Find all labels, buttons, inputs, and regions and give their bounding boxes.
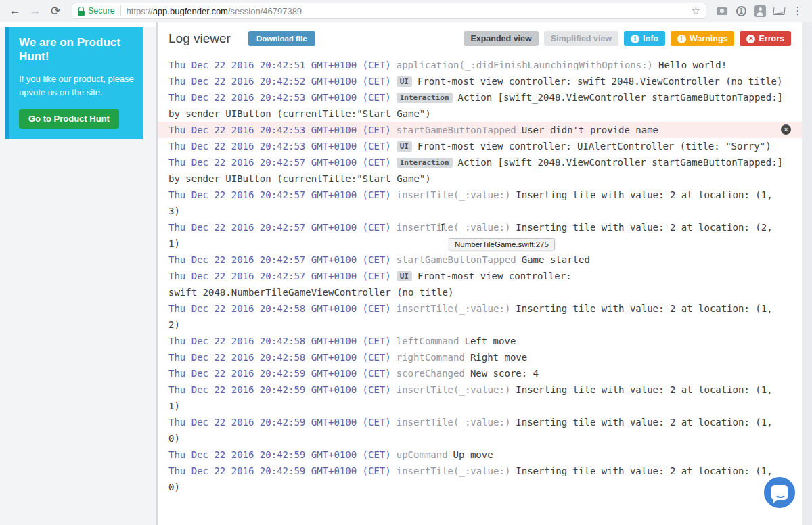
- log-row[interactable]: Thu Dec 22 2016 20:42:53 GMT+0100 (CET)s…: [158, 122, 802, 138]
- error-dismiss-icon[interactable]: ✕: [781, 124, 791, 135]
- log-timestamp: Thu Dec 22 2016 20:42:51 GMT+0100 (CET): [168, 60, 391, 70]
- log-badge: UI: [397, 141, 412, 152]
- chat-bubble-icon: [771, 485, 788, 500]
- text-cursor-ibeam: I: [441, 222, 445, 234]
- log-row[interactable]: Thu Dec 22 2016 20:42:58 GMT+0100 (CET)r…: [168, 349, 788, 365]
- log-tag: insertTile(_:value:): [397, 189, 511, 200]
- log-row[interactable]: Thu Dec 22 2016 20:42:52 GMT+0100 (CET)U…: [168, 73, 788, 89]
- log-row[interactable]: Thu Dec 22 2016 20:42:58 GMT+0100 (CET)i…: [168, 300, 788, 333]
- promo-title: We are on Product Hunt!: [19, 35, 134, 64]
- log-timestamp: Thu Dec 22 2016 20:42:57 GMT+0100 (CET): [168, 157, 391, 168]
- log-row[interactable]: Thu Dec 22 2016 20:42:59 GMT+0100 (CET)i…: [168, 414, 788, 447]
- log-badge: Interaction: [397, 93, 453, 103]
- errors-filter-button[interactable]: ✕ Errors: [740, 31, 791, 46]
- log-tag: insertTile(_:value:): [397, 417, 511, 428]
- secure-lock-icon: [78, 7, 85, 16]
- info-label: Info: [643, 34, 658, 43]
- log-timestamp: Thu Dec 22 2016 20:42:52 GMT+0100 (CET): [168, 76, 391, 87]
- log-row[interactable]: Thu Dec 22 2016 20:42:59 GMT+0100 (CET)s…: [168, 365, 788, 382]
- log-message: Right move: [470, 352, 527, 363]
- page: ← → ⟳ Secure https://app.bugfender.com/s…: [0, 0, 812, 525]
- go-to-product-hunt-button[interactable]: Go to Product Hunt: [19, 109, 119, 129]
- log-timestamp: Thu Dec 22 2016 20:42:57 GMT+0100 (CET): [168, 189, 391, 200]
- error-icon: ✕: [746, 35, 755, 43]
- camera-extension-icon[interactable]: [715, 3, 729, 18]
- simplified-view-button[interactable]: Simplified view: [544, 31, 618, 46]
- warning-icon: !: [677, 35, 686, 43]
- log-message: Game started: [522, 254, 590, 265]
- address-bar[interactable]: Secure https://app.bugfender.com/session…: [72, 3, 706, 19]
- log-timestamp: Thu Dec 22 2016 20:42:58 GMT+0100 (CET): [168, 352, 391, 363]
- log-viewer-header: Log viewer Download file Expanded view S…: [158, 22, 802, 49]
- log-timestamp: Thu Dec 22 2016 20:42:57 GMT+0100 (CET): [168, 222, 391, 233]
- errors-label: Errors: [759, 34, 784, 43]
- scrollbar-track[interactable]: [802, 22, 812, 525]
- page-title: Log viewer: [168, 31, 231, 46]
- forward-icon[interactable]: →: [27, 3, 43, 19]
- url-separator: [120, 5, 121, 16]
- log-timestamp: Thu Dec 22 2016 20:42:58 GMT+0100 (CET): [168, 336, 391, 346]
- expanded-view-button[interactable]: Expanded view: [464, 31, 538, 46]
- log-badge: UI: [397, 76, 412, 87]
- sidebar-top-spacer: [0, 22, 156, 27]
- browser-toolbar: ← → ⟳ Secure https://app.bugfender.com/s…: [0, 0, 812, 22]
- log-message: Front-most view controller: UIAlertContr…: [418, 141, 771, 152]
- log-tag: insertTile(_:value:): [397, 222, 511, 233]
- log-tag: scoreChanged: [397, 368, 465, 379]
- log-message: Left move: [464, 336, 516, 346]
- log-tag: leftCommand: [397, 336, 459, 346]
- url-text: https://app.bugfender.com/session/467973…: [127, 6, 302, 16]
- chat-launcher-button[interactable]: [762, 475, 797, 510]
- log-row[interactable]: Thu Dec 22 2016 20:42:58 GMT+0100 (CET)l…: [168, 333, 788, 349]
- bookmark-star-icon[interactable]: ☆: [692, 5, 700, 17]
- reading-list-extension-icon[interactable]: [771, 3, 786, 18]
- log-row[interactable]: Thu Dec 22 2016 20:42:59 GMT+0100 (CET)i…: [168, 463, 788, 495]
- log-tag: upCommand: [397, 449, 448, 460]
- back-icon[interactable]: ←: [7, 3, 23, 19]
- log-row[interactable]: Thu Dec 22 2016 20:42:51 GMT+0100 (CET)a…: [168, 57, 788, 73]
- log-row[interactable]: Thu Dec 22 2016 20:42:53 GMT+0100 (CET)I…: [168, 89, 788, 122]
- promo-body: If you like our product, please upvote u…: [19, 72, 134, 99]
- download-file-button[interactable]: Download file: [248, 31, 315, 46]
- log-tag: insertTile(_:value:): [397, 384, 511, 395]
- secure-label: Secure: [88, 6, 115, 16]
- info-icon: i: [631, 35, 639, 43]
- log-tag: rightCommand: [397, 352, 465, 363]
- browser-menu-icon[interactable]: ⋮: [790, 3, 805, 18]
- reload-icon[interactable]: ⟳: [47, 3, 64, 19]
- log-list: Thu Dec 22 2016 20:42:51 GMT+0100 (CET)a…: [158, 49, 802, 495]
- log-badge: Interaction: [397, 158, 453, 168]
- warnings-filter-button[interactable]: ! Warnings: [671, 31, 734, 46]
- log-timestamp: Thu Dec 22 2016 20:42:57 GMT+0100 (CET): [168, 254, 391, 265]
- profile-badge-icon[interactable]: [752, 3, 767, 18]
- log-badge: UI: [397, 271, 412, 281]
- log-message: Up move: [453, 449, 493, 460]
- left-sidebar: We are on Product Hunt! If you like our …: [0, 22, 158, 525]
- log-message: New score: 4: [470, 368, 539, 379]
- log-row[interactable]: Thu Dec 22 2016 20:42:57 GMT+0100 (CET)U…: [168, 268, 788, 300]
- info-filter-button[interactable]: i Info: [624, 31, 665, 46]
- log-row[interactable]: Thu Dec 22 2016 20:42:57 GMT+0100 (CET)s…: [168, 252, 788, 268]
- log-timestamp: Thu Dec 22 2016 20:42:59 GMT+0100 (CET): [168, 449, 391, 460]
- log-timestamp: Thu Dec 22 2016 20:42:59 GMT+0100 (CET): [168, 417, 391, 428]
- log-row[interactable]: Thu Dec 22 2016 20:42:59 GMT+0100 (CET)u…: [168, 447, 788, 463]
- source-location-tooltip: NumberTileGame.swift:275: [449, 238, 555, 250]
- circled-one-extension-icon[interactable]: 1: [734, 3, 748, 18]
- log-timestamp: Thu Dec 22 2016 20:42:53 GMT+0100 (CET): [168, 124, 391, 135]
- warnings-label: Warnings: [690, 34, 727, 43]
- log-row[interactable]: Thu Dec 22 2016 20:42:57 GMT+0100 (CET)i…: [168, 187, 788, 219]
- log-row[interactable]: Thu Dec 22 2016 20:42:59 GMT+0100 (CET)i…: [168, 382, 788, 414]
- log-message: User didn't provide name: [522, 124, 658, 135]
- log-row[interactable]: Thu Dec 22 2016 20:42:53 GMT+0100 (CET)U…: [168, 138, 788, 154]
- log-timestamp: Thu Dec 22 2016 20:42:53 GMT+0100 (CET): [168, 141, 391, 152]
- log-message: Hello world!: [658, 60, 727, 70]
- log-timestamp: Thu Dec 22 2016 20:42:59 GMT+0100 (CET): [168, 368, 391, 379]
- log-timestamp: Thu Dec 22 2016 20:42:53 GMT+0100 (CET): [168, 92, 391, 103]
- log-tag: insertTile(_:value:): [397, 303, 511, 314]
- page-content: We are on Product Hunt! If you like our …: [0, 22, 812, 525]
- log-row[interactable]: Thu Dec 22 2016 20:42:57 GMT+0100 (CET)I…: [168, 154, 788, 187]
- log-timestamp: Thu Dec 22 2016 20:42:59 GMT+0100 (CET): [168, 384, 391, 395]
- log-tag: insertTile(_:value:): [397, 465, 511, 476]
- log-timestamp: Thu Dec 22 2016 20:42:58 GMT+0100 (CET): [168, 303, 391, 314]
- log-tag: startGameButtonTapped: [397, 124, 516, 135]
